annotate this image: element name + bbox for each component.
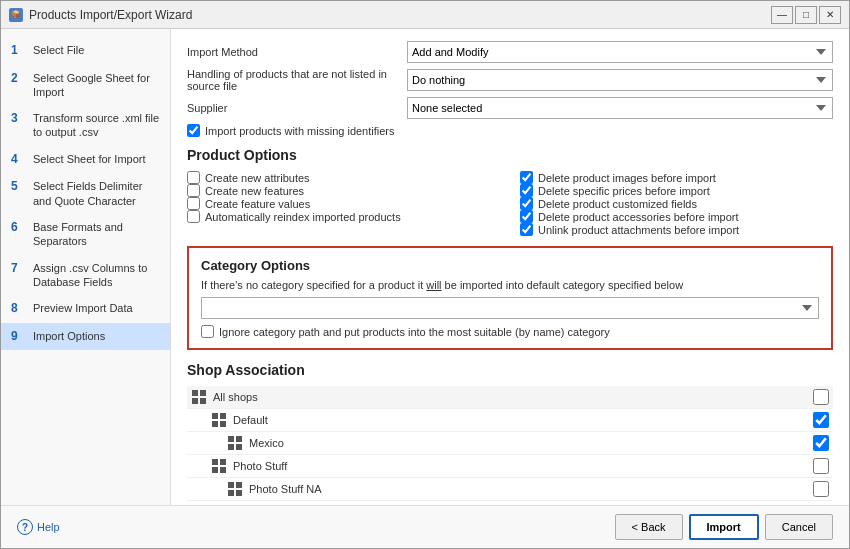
sidebar-item-7[interactable]: 7Assign .csv Columns to Database Fields bbox=[1, 255, 170, 296]
supplier-select[interactable]: None selected bbox=[407, 97, 833, 119]
delete-custom-fields-label: Delete product customized fields bbox=[538, 198, 697, 210]
create-attributes-checkbox[interactable] bbox=[187, 171, 200, 184]
shop-icon bbox=[191, 389, 207, 405]
svg-rect-10 bbox=[228, 444, 234, 450]
close-button[interactable]: ✕ bbox=[819, 6, 841, 24]
option-row: Delete product customized fields bbox=[520, 197, 833, 210]
missing-identifiers-label: Import products with missing identifiers bbox=[205, 125, 395, 137]
help-icon: ? bbox=[17, 519, 33, 535]
title-buttons: — □ ✕ bbox=[771, 6, 841, 24]
shop-icon bbox=[227, 481, 243, 497]
svg-rect-17 bbox=[236, 482, 242, 488]
delete-images-label: Delete product images before import bbox=[538, 172, 716, 184]
shop-row-all: All shops bbox=[187, 386, 833, 409]
shop-row-photostuffna: Photo Stuff NA bbox=[187, 478, 833, 501]
unlink-attachments-label: Unlink product attachments before import bbox=[538, 224, 739, 236]
delete-custom-fields-checkbox[interactable] bbox=[520, 197, 533, 210]
option-row: Unlink product attachments before import bbox=[520, 223, 833, 236]
unlink-attachments-checkbox[interactable] bbox=[520, 223, 533, 236]
handling-row: Handling of products that are not listed… bbox=[187, 68, 833, 92]
option-row: Create new features bbox=[187, 184, 500, 197]
app-icon: 📦 bbox=[9, 8, 23, 22]
svg-rect-19 bbox=[236, 490, 242, 496]
category-options-title: Category Options bbox=[201, 258, 819, 273]
import-button[interactable]: Import bbox=[689, 514, 759, 540]
footer-buttons: < Back Import Cancel bbox=[615, 514, 833, 540]
maximize-button[interactable]: □ bbox=[795, 6, 817, 24]
footer: ? Help < Back Import Cancel bbox=[1, 505, 849, 548]
sidebar-item-4[interactable]: 4Select Sheet for Import bbox=[1, 146, 170, 174]
svg-rect-13 bbox=[220, 459, 226, 465]
supplier-label: Supplier bbox=[187, 102, 407, 114]
create-features-label: Create new features bbox=[205, 185, 304, 197]
create-feature-values-checkbox[interactable] bbox=[187, 197, 200, 210]
default-shop-checkbox[interactable] bbox=[813, 412, 829, 428]
missing-identifiers-row: Import products with missing identifiers bbox=[187, 124, 833, 137]
sidebar-item-2[interactable]: 2Select Google Sheet for Import bbox=[1, 65, 170, 106]
delete-images-checkbox[interactable] bbox=[520, 171, 533, 184]
photostuff-shop-label: Photo Stuff bbox=[233, 460, 813, 472]
shop-icon bbox=[211, 458, 227, 474]
handling-label: Handling of products that are not listed… bbox=[187, 68, 407, 92]
svg-rect-2 bbox=[192, 398, 198, 404]
sidebar-item-9[interactable]: 9Import Options bbox=[1, 323, 170, 351]
shop-list: All shops Default bbox=[187, 386, 833, 501]
title-bar: 📦 Products Import/Export Wizard — □ ✕ bbox=[1, 1, 849, 29]
svg-rect-7 bbox=[220, 421, 226, 427]
category-desc-prefix: If there's no category specified for a p… bbox=[201, 279, 426, 291]
category-default-select[interactable] bbox=[201, 297, 819, 319]
auto-reindex-checkbox[interactable] bbox=[187, 210, 200, 223]
svg-rect-16 bbox=[228, 482, 234, 488]
default-shop-label: Default bbox=[233, 414, 813, 426]
option-row: Automatically reindex imported products bbox=[187, 210, 500, 223]
missing-identifiers-checkbox[interactable] bbox=[187, 124, 200, 137]
svg-rect-3 bbox=[200, 398, 206, 404]
create-feature-values-label: Create feature values bbox=[205, 198, 310, 210]
cancel-button[interactable]: Cancel bbox=[765, 514, 833, 540]
minimize-button[interactable]: — bbox=[771, 6, 793, 24]
category-options-desc: If there's no category specified for a p… bbox=[201, 279, 819, 291]
import-method-row: Import Method Add and Modify bbox=[187, 41, 833, 63]
shop-association-title: Shop Association bbox=[187, 362, 833, 378]
shop-row-mexico: Mexico bbox=[187, 432, 833, 455]
svg-rect-4 bbox=[212, 413, 218, 419]
photostuff-shop-checkbox[interactable] bbox=[813, 458, 829, 474]
svg-rect-0 bbox=[192, 390, 198, 396]
delete-prices-checkbox[interactable] bbox=[520, 184, 533, 197]
svg-rect-15 bbox=[220, 467, 226, 473]
shop-row-default: Default bbox=[187, 409, 833, 432]
option-row: Create new attributes bbox=[187, 171, 500, 184]
svg-rect-11 bbox=[236, 444, 242, 450]
svg-rect-12 bbox=[212, 459, 218, 465]
photostuffna-shop-checkbox[interactable] bbox=[813, 481, 829, 497]
delete-accessories-checkbox[interactable] bbox=[520, 210, 533, 223]
shop-icon bbox=[211, 412, 227, 428]
import-method-select[interactable]: Add and Modify bbox=[407, 41, 833, 63]
sidebar: 1Select File2Select Google Sheet for Imp… bbox=[1, 29, 171, 505]
sidebar-item-5[interactable]: 5Select Fields Delimiter and Quote Chara… bbox=[1, 173, 170, 214]
sidebar-item-6[interactable]: 6Base Formats and Separators bbox=[1, 214, 170, 255]
photostuffna-shop-label: Photo Stuff NA bbox=[249, 483, 813, 495]
all-shops-checkbox[interactable] bbox=[813, 389, 829, 405]
shop-row-photostuff: Photo Stuff bbox=[187, 455, 833, 478]
mexico-shop-checkbox[interactable] bbox=[813, 435, 829, 451]
sidebar-item-3[interactable]: 3Transform source .xml file to output .c… bbox=[1, 105, 170, 146]
supplier-row: Supplier None selected bbox=[187, 97, 833, 119]
svg-rect-14 bbox=[212, 467, 218, 473]
sidebar-item-1[interactable]: 1Select File bbox=[1, 37, 170, 65]
shop-icon bbox=[227, 435, 243, 451]
content-area: 1Select File2Select Google Sheet for Imp… bbox=[1, 29, 849, 505]
product-options-left: Create new attributes Create new feature… bbox=[187, 171, 500, 236]
create-features-checkbox[interactable] bbox=[187, 184, 200, 197]
help-label: Help bbox=[37, 521, 60, 533]
ignore-category-checkbox[interactable] bbox=[201, 325, 214, 338]
help-link[interactable]: ? Help bbox=[17, 519, 60, 535]
mexico-shop-label: Mexico bbox=[249, 437, 813, 449]
back-button[interactable]: < Back bbox=[615, 514, 683, 540]
svg-rect-6 bbox=[212, 421, 218, 427]
sidebar-item-8[interactable]: 8Preview Import Data bbox=[1, 295, 170, 323]
category-desc-underline: will bbox=[426, 279, 441, 291]
ignore-category-row: Ignore category path and put products in… bbox=[201, 325, 819, 338]
all-shops-label: All shops bbox=[213, 391, 813, 403]
handling-select[interactable]: Do nothing bbox=[407, 69, 833, 91]
